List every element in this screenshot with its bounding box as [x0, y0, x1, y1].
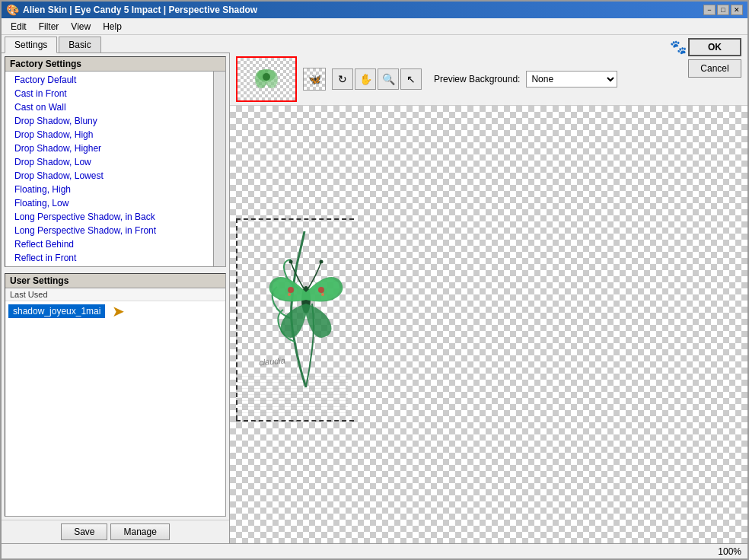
window-controls: − □ ✕ — [703, 5, 743, 15]
zoom-tool[interactable]: 🔍 — [378, 68, 399, 90]
butterfly-preview — [253, 228, 359, 395]
preview-bg-label: Preview Background: — [434, 74, 520, 84]
svg-point-9 — [289, 260, 293, 264]
left-panel: Factory Settings Factory Default Cast in… — [2, 53, 230, 543]
main-window: 🎨 Alien Skin | Eye Candy 5 Impact | Pers… — [0, 0, 749, 560]
cancel-button[interactable]: Cancel — [688, 59, 741, 78]
app-icon: 🎨 — [6, 4, 18, 16]
user-settings-item[interactable]: shadow_joyeux_1mai — [8, 304, 105, 318]
tab-basic[interactable]: Basic — [59, 37, 100, 52]
settings-list-inner: Factory Default Cast in Front Cast on Wa… — [5, 72, 213, 266]
svg-point-7 — [288, 293, 291, 296]
list-item[interactable]: Floating, High — [5, 183, 213, 196]
maximize-button[interactable]: □ — [717, 5, 729, 15]
list-item[interactable]: Drop Shadow, Bluny — [5, 114, 213, 128]
arrow-icon: ➤ — [112, 302, 125, 320]
top-bar: 🦋 ↻ ✋ 🔍 ↖ Preview Background: None White… — [230, 53, 747, 106]
svg-point-10 — [320, 260, 324, 264]
user-settings-header: User Settings — [5, 274, 225, 288]
list-item[interactable]: Drop Shadow, Higher — [5, 142, 213, 155]
list-item[interactable]: Cast on Wall — [5, 100, 213, 114]
svg-point-3 — [263, 73, 270, 81]
title-bar: 🎨 Alien Skin | Eye Candy 5 Impact | Pers… — [2, 2, 747, 18]
svg-point-8 — [321, 293, 324, 296]
list-item[interactable]: Long Perspective Shadow, in Front — [5, 224, 213, 237]
list-item[interactable]: Cast in Front — [5, 87, 213, 100]
list-item[interactable]: Long Perspective Shadow, in Back — [5, 210, 213, 224]
menu-bar: Edit Filter View Help — [2, 18, 747, 35]
select-tool[interactable]: ↖ — [400, 68, 422, 90]
selection-border-bottom — [236, 420, 354, 422]
svg-point-5 — [288, 287, 294, 293]
action-buttons: Save Manage — [2, 520, 229, 543]
preview-canvas[interactable]: claudia — [230, 106, 747, 543]
window-title: Alien Skin | Eye Candy 5 Impact | Perspe… — [23, 5, 257, 15]
factory-list-wrapper: Factory Default Cast in Front Cast on Wa… — [5, 72, 225, 266]
manage-button[interactable]: Manage — [110, 523, 169, 540]
list-item[interactable]: Drop Shadow, Lowest — [5, 169, 213, 183]
header-area: Settings Basic 🐾 OK Cancel — [2, 35, 747, 53]
user-settings-section: User Settings Last Used shadow_joyeux_1m… — [5, 273, 226, 517]
ok-icon: 🐾 — [670, 39, 687, 56]
user-settings-list: shadow_joyeux_1mai ➤ — [5, 301, 225, 516]
menu-edit[interactable]: Edit — [5, 20, 33, 33]
thumbnail-preview — [236, 56, 297, 102]
save-button[interactable]: Save — [61, 523, 107, 540]
minimize-button[interactable]: − — [703, 5, 716, 15]
status-bar: 100% — [2, 543, 747, 558]
svg-point-6 — [318, 287, 324, 293]
preview-bg-select[interactable]: None White Black Custom — [526, 71, 617, 88]
factory-settings-section: Factory Settings Factory Default Cast in… — [5, 56, 226, 267]
list-item[interactable]: Drop Shadow, High — [5, 128, 213, 142]
list-item[interactable]: Floating, Low — [5, 196, 213, 210]
thumbnail-small: 🦋 — [303, 68, 326, 91]
menu-help[interactable]: Help — [97, 20, 128, 33]
list-item[interactable]: Reflect in Front - Faint — [5, 265, 213, 266]
close-button[interactable]: ✕ — [731, 5, 743, 15]
list-item[interactable]: Factory Default — [5, 73, 213, 87]
factory-list-scrollbar[interactable] — [213, 72, 225, 266]
list-item[interactable]: Reflect in Front — [5, 251, 213, 265]
ok-button[interactable]: OK — [688, 38, 741, 56]
factory-settings-list[interactable]: Factory Default Cast in Front Cast on Wa… — [5, 72, 213, 266]
tools-row: ↻ ✋ 🔍 ↖ — [332, 68, 422, 90]
selection-border-top — [236, 218, 354, 220]
thumbnail-image — [247, 60, 285, 98]
menu-filter[interactable]: Filter — [33, 20, 65, 33]
menu-view[interactable]: View — [65, 20, 97, 33]
factory-settings-header: Factory Settings — [5, 57, 225, 72]
tab-settings[interactable]: Settings — [5, 37, 57, 53]
list-item[interactable]: Reflect Behind — [5, 237, 213, 251]
user-settings-sub-header: Last Used — [5, 288, 225, 301]
main-content: Factory Settings Factory Default Cast in… — [2, 53, 747, 543]
pan-tool[interactable]: ✋ — [355, 68, 376, 90]
rotate-tool[interactable]: ↻ — [332, 68, 353, 90]
zoom-level: 100% — [718, 546, 741, 557]
right-panel: 🦋 ↻ ✋ 🔍 ↖ Preview Background: None White… — [230, 53, 747, 543]
tabs-bar: Settings Basic — [2, 35, 230, 53]
list-item[interactable]: Drop Shadow, Low — [5, 155, 213, 169]
